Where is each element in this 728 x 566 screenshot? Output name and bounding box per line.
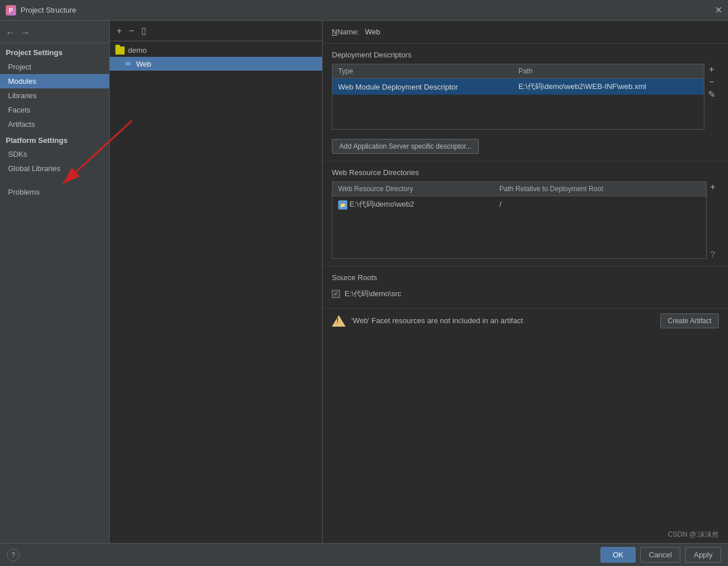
sidebar-item-sdks[interactable]: SDKs: [0, 147, 109, 161]
apply-button[interactable]: Apply: [685, 547, 721, 563]
web-path-header: Path Relative to Deployment Root: [494, 181, 706, 196]
name-label: NName:: [332, 28, 359, 36]
window-title: Project Structure: [21, 6, 76, 14]
web-dir-header: Web Resource Directory: [332, 181, 494, 196]
source-root-path: E:\代码\demo\src: [344, 289, 401, 299]
nav-controls: ← →: [0, 23, 109, 43]
sidebar: ← → Project Settings Project Modules Lib…: [0, 21, 110, 543]
deployment-descriptors-table: Type Path Web Module Deployment Descript…: [332, 64, 704, 130]
module-tree: demo Web: [110, 41, 322, 543]
source-roots-section: Source Roots E:\代码\demo\src: [323, 266, 728, 309]
deployment-path-cell: E:\代码\demo\web2\WEB-INF\web.xml: [513, 79, 704, 95]
ok-button[interactable]: OK: [601, 547, 636, 563]
platform-settings-header: Platform Settings: [0, 131, 109, 147]
sidebar-item-project[interactable]: Project: [0, 60, 109, 74]
add-web-resource-button[interactable]: +: [709, 181, 717, 193]
sidebar-item-artifacts[interactable]: Artifacts: [0, 117, 109, 131]
warning-icon: [332, 314, 346, 328]
module-panel: + − ▯ demo Web: [110, 21, 323, 543]
warning-text: 'Web' Facet resources are not included i…: [351, 316, 655, 325]
remove-module-button[interactable]: −: [126, 25, 136, 37]
warning-triangle: [332, 315, 346, 327]
web-resource-table-wrapper: Web Resource Directory Path Relative to …: [332, 181, 719, 259]
add-module-button[interactable]: +: [114, 25, 124, 37]
sidebar-item-modules[interactable]: Modules: [0, 74, 109, 88]
name-row: NName: Web: [323, 21, 728, 44]
deployment-type-cell: Web Module Deployment Descriptor: [332, 79, 513, 95]
bottom-left: ?: [7, 549, 20, 561]
deployment-table-wrapper: Type Path Web Module Deployment Descript…: [332, 64, 719, 130]
web-dir-cell: 📁 E:\代码\demo\web2: [332, 196, 494, 212]
table-row[interactable]: 📁 E:\代码\demo\web2 /: [332, 196, 707, 212]
add-server-descriptor-button[interactable]: Add Application Server specific descript…: [332, 139, 479, 154]
sidebar-item-libraries[interactable]: Libraries: [0, 88, 109, 103]
watermark: CSDN @:沫沫然: [668, 530, 719, 540]
web-resource-actions: + ?: [707, 181, 719, 259]
content-panel: NName: Web Deployment Descriptors Type P…: [323, 21, 728, 543]
module-name-value: Web: [365, 28, 719, 36]
folder-icon: [115, 46, 125, 55]
source-roots-title: Source Roots: [332, 273, 719, 282]
web-resource-table: Web Resource Directory Path Relative to …: [332, 181, 707, 259]
main-layout: ← → Project Settings Project Modules Lib…: [0, 21, 728, 543]
forward-button[interactable]: →: [20, 26, 31, 39]
create-artifact-button[interactable]: Create Artifact: [660, 313, 719, 328]
web-module-icon: [123, 59, 133, 68]
deployment-type-header: Type: [332, 64, 513, 79]
copy-module-button[interactable]: ▯: [139, 24, 149, 37]
bottom-right: OK Cancel Apply: [601, 547, 721, 563]
add-descriptor-button[interactable]: +: [708, 64, 715, 75]
help-icon: ?: [710, 250, 715, 259]
module-toolbar: + − ▯: [110, 21, 322, 41]
source-root-checkbox[interactable]: [332, 290, 340, 298]
project-settings-header: Project Settings: [0, 45, 109, 60]
web-path-cell: /: [494, 196, 706, 212]
deployment-path-header: Path: [513, 64, 704, 79]
table-row[interactable]: Web Module Deployment Descriptor E:\代码\d…: [332, 79, 704, 95]
warning-row: 'Web' Facet resources are not included i…: [323, 309, 728, 333]
tree-item-web[interactable]: Web: [110, 57, 322, 71]
source-root-row: E:\代码\demo\src: [332, 286, 719, 301]
web-resource-section: Web Resource Directories Web Resource Di…: [323, 161, 728, 266]
deployment-descriptors-title: Deployment Descriptors: [332, 51, 719, 59]
web-resource-dir-icon: 📁: [338, 200, 347, 210]
tree-item-demo[interactable]: demo: [110, 44, 322, 57]
web-resource-title: Web Resource Directories: [332, 168, 719, 177]
back-button[interactable]: ←: [5, 26, 16, 39]
sidebar-item-problems[interactable]: Problems: [0, 185, 109, 199]
sidebar-item-facets[interactable]: Facets: [0, 103, 109, 117]
deployment-table-actions: + − ✎: [704, 64, 719, 130]
close-button[interactable]: ✕: [715, 5, 722, 15]
deployment-descriptors-section: Deployment Descriptors Type Path Web Mod…: [323, 44, 728, 161]
remove-descriptor-button[interactable]: −: [708, 76, 715, 88]
bottom-bar: ? OK Cancel Apply: [0, 543, 728, 566]
title-bar: P Project Structure ✕: [0, 0, 728, 21]
title-bar-left: P Project Structure: [6, 5, 76, 15]
sidebar-item-global-libraries[interactable]: Global Libraries: [0, 161, 109, 176]
cancel-button[interactable]: Cancel: [640, 547, 680, 563]
edit-descriptor-button[interactable]: ✎: [707, 89, 717, 100]
help-button[interactable]: ?: [7, 549, 20, 561]
app-icon: P: [6, 5, 16, 15]
